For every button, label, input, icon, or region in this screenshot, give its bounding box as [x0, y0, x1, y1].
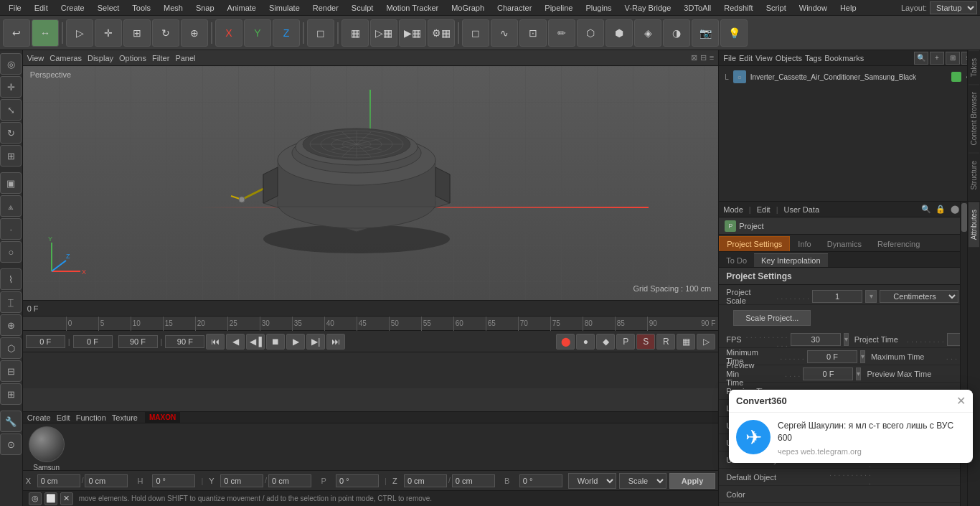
- tool-rotate[interactable]: ↻: [0, 122, 22, 144]
- tg-close-button[interactable]: ✕: [956, 394, 966, 408]
- obj-visibility-green[interactable]: [951, 72, 961, 82]
- menu-edit[interactable]: Edit: [29, 2, 54, 14]
- scrollbar-thumb[interactable]: [961, 203, 967, 232]
- render-settings[interactable]: ⚙▦: [428, 19, 455, 47]
- mat-texture[interactable]: Texture: [112, 413, 138, 422]
- select-tool[interactable]: ▷: [66, 19, 93, 47]
- material-slot[interactable]: Samsun: [29, 426, 65, 472]
- world-select[interactable]: World: [568, 473, 616, 489]
- layout-select[interactable]: Startup: [930, 1, 977, 14]
- tl-play-forward[interactable]: ▶: [286, 334, 305, 350]
- mat-function[interactable]: Function: [76, 413, 106, 422]
- menu-snap[interactable]: Snap: [190, 2, 220, 14]
- timeline-preview-end[interactable]: [165, 335, 204, 348]
- rm-tags[interactable]: Tags: [805, 54, 821, 62]
- tl-key-pos[interactable]: P: [616, 334, 635, 350]
- menu-plugins[interactable]: Plugins: [580, 2, 617, 14]
- tl-first-frame[interactable]: ⏮: [206, 334, 225, 350]
- render-active[interactable]: ▷▦: [370, 19, 397, 47]
- tl-record[interactable]: ⬤: [556, 334, 575, 350]
- cube-tool[interactable]: ◻: [462, 19, 489, 47]
- rotate-btn[interactable]: ↻: [152, 19, 179, 47]
- tl-auto-key[interactable]: ●: [576, 334, 595, 350]
- vp-menu-view[interactable]: View: [27, 54, 44, 62]
- tl-next-frame[interactable]: ▶|: [306, 334, 325, 350]
- undo-btn[interactable]: ↩: [3, 19, 30, 47]
- object-item-main[interactable]: L ○ Inverter_Cassette_Air_Conditioner_Sa…: [722, 69, 977, 85]
- tool-bevel[interactable]: ⬡: [0, 337, 22, 359]
- menu-pipeline[interactable]: Pipeline: [539, 2, 578, 14]
- menu-mograph[interactable]: MoGraph: [446, 2, 490, 14]
- tl-key-all[interactable]: ◆: [596, 334, 615, 350]
- vtab-takes[interactable]: Takes: [969, 50, 979, 84]
- menu-simulate[interactable]: Simulate: [263, 2, 306, 14]
- vtab-structure[interactable]: Structure: [969, 153, 979, 197]
- rm-search[interactable]: 🔍: [914, 52, 928, 65]
- scale-btn[interactable]: ⊞: [123, 19, 151, 47]
- vp-menu-panel[interactable]: Panel: [175, 54, 195, 62]
- status-icon-3[interactable]: ✕: [60, 492, 73, 505]
- menu-mesh[interactable]: Mesh: [158, 2, 189, 14]
- coord-x1[interactable]: [37, 474, 80, 487]
- tab2-todo[interactable]: To Do: [719, 254, 754, 267]
- transform-btn[interactable]: ⊕: [181, 19, 208, 47]
- material-ball[interactable]: [29, 426, 65, 462]
- tab2-key-interp[interactable]: Key Interpolation: [754, 253, 828, 267]
- coord-z2[interactable]: [452, 474, 495, 487]
- scale-select[interactable]: Scale: [619, 473, 666, 489]
- tool-object-mode[interactable]: ○: [0, 241, 22, 263]
- viewport-canvas[interactable]: Perspective: [23, 66, 719, 300]
- rm-expand[interactable]: ⊞: [946, 52, 960, 65]
- tool-bridge[interactable]: ⌶: [0, 291, 22, 313]
- rm-add[interactable]: +: [930, 52, 944, 65]
- menu-vray[interactable]: V-Ray Bridge: [619, 2, 677, 14]
- units-select[interactable]: Centimeters: [880, 290, 958, 303]
- vp-menu-filter[interactable]: Filter: [152, 54, 169, 62]
- value-fps[interactable]: [791, 333, 841, 346]
- tl-play-backward[interactable]: ◀▐: [246, 334, 265, 350]
- menu-help[interactable]: Help: [834, 2, 862, 14]
- effector-tool[interactable]: ⬢: [606, 19, 633, 47]
- status-icon-2[interactable]: ⬜: [44, 492, 57, 505]
- field-tool[interactable]: ⬡: [577, 19, 604, 47]
- tool-loop[interactable]: ⊟: [0, 360, 22, 382]
- render-region[interactable]: ▦: [341, 19, 369, 47]
- vp-menu-options[interactable]: Options: [119, 54, 146, 62]
- tl-prev-frame[interactable]: ◀: [226, 334, 245, 350]
- menu-character[interactable]: Character: [491, 2, 537, 14]
- nurbs-tool[interactable]: ∿: [491, 19, 518, 47]
- camera-btn[interactable]: 📷: [692, 19, 719, 47]
- light-btn[interactable]: 💡: [720, 19, 748, 47]
- coord-b[interactable]: [519, 474, 562, 487]
- menu-sculpt[interactable]: Sculpt: [346, 2, 380, 14]
- axis-x[interactable]: X: [215, 19, 242, 47]
- move-btn[interactable]: ✛: [95, 19, 122, 47]
- viewport[interactable]: View Cameras Display Options Filter Pane…: [23, 50, 719, 300]
- vp-menu-cameras[interactable]: Cameras: [50, 54, 82, 62]
- coord-h[interactable]: [152, 474, 195, 487]
- tl-motion-clip[interactable]: ▦: [677, 334, 695, 350]
- menu-tools[interactable]: Tools: [126, 2, 156, 14]
- tool-paint[interactable]: ⊙: [0, 434, 22, 455]
- coord-y1[interactable]: [220, 474, 263, 487]
- coord-z1[interactable]: [404, 474, 447, 487]
- object-tool[interactable]: ◻: [307, 19, 334, 47]
- render-full[interactable]: ▶▦: [399, 19, 426, 47]
- tl-key-scale[interactable]: S: [636, 334, 655, 350]
- value-project-scale[interactable]: [812, 290, 862, 303]
- tl-last-frame[interactable]: ⏭: [326, 334, 345, 350]
- arrow-preview-min[interactable]: ▾: [856, 367, 861, 380]
- menu-3dtoall[interactable]: 3DToAll: [678, 2, 717, 14]
- value-preview-min[interactable]: [803, 367, 853, 380]
- move-tool[interactable]: ↔: [32, 19, 59, 47]
- vp-icon-expand[interactable]: ⊠: [691, 53, 697, 62]
- value-min-time[interactable]: [807, 350, 857, 363]
- vp-icon-restore[interactable]: ⊟: [700, 53, 707, 62]
- axis-y[interactable]: Y: [244, 19, 271, 47]
- mat-edit[interactable]: Edit: [57, 413, 70, 422]
- coord-p[interactable]: [336, 474, 379, 487]
- tab-info[interactable]: Info: [790, 236, 819, 251]
- coord-x2[interactable]: [85, 474, 128, 487]
- rm-file[interactable]: File: [723, 54, 736, 62]
- menu-render[interactable]: Render: [307, 2, 344, 14]
